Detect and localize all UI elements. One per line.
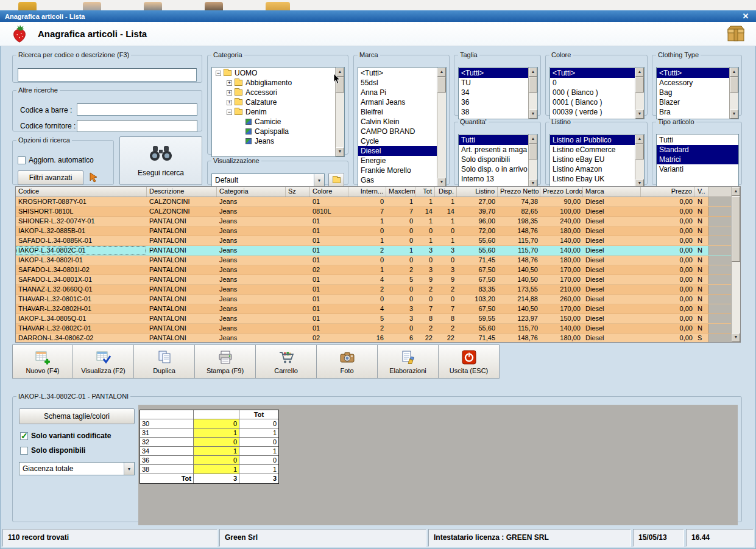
scrollbar-track[interactable] xyxy=(529,77,537,110)
scroll-up-icon[interactable]: ▲ xyxy=(437,68,446,77)
list-option[interactable]: Tutti xyxy=(459,135,528,145)
list-option[interactable]: Anna Pi xyxy=(358,88,437,97)
table-row[interactable]: THAVAR-L.32-0801C-01PANTALONIJeans010000… xyxy=(16,295,731,304)
scrollbar-thumb[interactable] xyxy=(635,144,644,159)
list-option[interactable]: Listino Amazon xyxy=(550,164,635,174)
scroll-down-icon[interactable]: ▼ xyxy=(732,333,740,342)
list-option[interactable]: Solo disponibili xyxy=(459,155,528,164)
list-option[interactable]: Solo disp. o in arrivo xyxy=(459,164,528,174)
list-option[interactable]: Matrici xyxy=(657,155,738,164)
list-option[interactable]: Armani Jeans xyxy=(358,97,437,107)
scrollbar-track[interactable] xyxy=(730,77,738,110)
list-option[interactable]: Calvin Klein xyxy=(358,117,437,127)
scrollbar-thumb[interactable] xyxy=(635,77,644,93)
list-option[interactable]: 34 xyxy=(459,88,528,97)
column-header[interactable]: Prezzo xyxy=(641,187,695,197)
barcode-input[interactable] xyxy=(77,103,197,116)
column-header[interactable]: Categoria xyxy=(217,187,286,197)
table-row[interactable]: DARRON-L.34-0806Z-02PANTALONIJeans021662… xyxy=(16,334,731,342)
collapse-icon[interactable]: − xyxy=(227,110,232,115)
scroll-down-icon[interactable]: ▼ xyxy=(529,110,537,119)
table-row[interactable]: THAVAR-L.32-0802H-01PANTALONIJeans014377… xyxy=(16,304,731,314)
scrollbar-thumb[interactable] xyxy=(529,144,537,159)
size-listbox[interactable]: <Tutti>TU343638 xyxy=(459,68,528,119)
schema-taglie-colori-button[interactable]: Schema taglie/colori xyxy=(19,408,135,424)
list-option[interactable]: Bra xyxy=(657,107,729,117)
column-header[interactable]: Listino xyxy=(457,187,498,197)
checkbox-icon[interactable] xyxy=(20,432,28,440)
article-type-listbox[interactable]: TuttiStandardMatriciVarianti xyxy=(657,135,738,188)
vertical-scrollbar[interactable]: ▲▼ xyxy=(528,135,537,188)
articles-table[interactable]: CodiceDescrizioneCategoriaSzColoreIntern… xyxy=(15,186,741,343)
list-option[interactable]: 00039 ( verde ) xyxy=(550,107,635,117)
list-option[interactable]: Listino al Pubblico xyxy=(550,135,635,145)
tree-node[interactable]: −UOMO xyxy=(212,68,335,78)
table-row[interactable]: SHIONER-L.32-0074Y-01PANTALONIJeans01101… xyxy=(16,217,731,226)
table-row[interactable]: THANAZ-L.32-0660Q-01PANTALONIJeans012022… xyxy=(16,285,731,295)
scroll-up-icon[interactable]: ▲ xyxy=(732,187,740,196)
clothing-type-listbox[interactable]: <Tutti>AccessoryBagBlazerBra xyxy=(657,68,729,119)
list-option[interactable]: <Tutti> xyxy=(657,68,729,78)
color-listbox[interactable]: <Tutti>0000 ( Bianco )0001 ( Bianco )000… xyxy=(550,68,635,119)
tree-node[interactable]: Camicie xyxy=(212,117,335,127)
pricelist-listbox[interactable]: Listino al PubblicoListino eCommerceList… xyxy=(550,135,635,188)
scrollbar-thumb[interactable] xyxy=(730,77,738,93)
scrollbar-track[interactable] xyxy=(635,144,644,179)
list-option[interactable]: Listino eBay EU xyxy=(550,155,635,164)
list-option[interactable]: <Tutti> xyxy=(358,68,437,78)
view-record-button[interactable]: Visualizza (F2) xyxy=(73,344,134,379)
vertical-scrollbar[interactable]: ▲▼ xyxy=(731,187,740,342)
column-header[interactable]: Colore xyxy=(310,187,348,197)
list-option[interactable]: 55dsl xyxy=(358,78,437,88)
scrollbar-thumb[interactable] xyxy=(437,77,446,93)
search-input[interactable] xyxy=(18,68,197,82)
auto-update-checkbox[interactable]: Aggiorn. automatico xyxy=(18,156,94,164)
chevron-down-icon[interactable]: ▼ xyxy=(124,463,134,475)
column-header[interactable]: Intern... xyxy=(348,187,386,197)
advanced-filters-button[interactable]: Filtri avanzati xyxy=(18,170,83,185)
scroll-up-icon[interactable]: ▲ xyxy=(529,68,537,77)
scrollbar-track[interactable] xyxy=(529,144,537,179)
column-header[interactable]: Sz xyxy=(286,187,310,197)
column-header[interactable]: Prezzo Lordo xyxy=(540,187,583,197)
list-option[interactable]: Diesel xyxy=(358,146,437,156)
table-header[interactable]: CodiceDescrizioneCategoriaSzColoreIntern… xyxy=(16,187,731,197)
vertical-scrollbar[interactable]: ▲▼ xyxy=(528,68,537,119)
column-header[interactable]: Prezzo Netto xyxy=(498,187,540,197)
tree-node[interactable]: +Calzature xyxy=(212,97,335,107)
vertical-scrollbar[interactable]: ▲▼ xyxy=(437,68,446,187)
tree-node[interactable]: +Abbigliamento xyxy=(212,78,335,88)
table-row[interactable]: SAFADO-L.34-0801X-01PANTALONIJeans014599… xyxy=(16,275,731,285)
list-option[interactable]: Gas xyxy=(358,175,437,185)
list-option[interactable]: 0001 ( Bianco ) xyxy=(550,97,635,107)
visualization-select[interactable]: Default ▼ xyxy=(211,173,325,187)
open-view-folder-button[interactable] xyxy=(328,173,344,187)
column-header[interactable]: Disp. xyxy=(435,187,457,197)
elaborations-button[interactable]: Elaborazioni xyxy=(378,344,439,379)
table-row[interactable]: IAKOP-L.32-0885B-01PANTALONIJeans0100007… xyxy=(16,226,731,236)
scroll-down-icon[interactable]: ▼ xyxy=(437,178,446,187)
list-option[interactable]: 000 ( Bianco ) xyxy=(550,88,635,97)
scroll-up-icon[interactable]: ▲ xyxy=(635,68,644,77)
column-header[interactable]: Tot xyxy=(415,187,435,197)
list-option[interactable]: CAMPO BRAND xyxy=(358,127,437,136)
list-option[interactable]: Tutti xyxy=(657,135,738,145)
solo-varianti-checkbox[interactable]: Solo varianti codificate xyxy=(20,432,111,440)
vertical-scrollbar[interactable]: ▲▼ xyxy=(635,68,644,119)
list-option[interactable]: <Tutti> xyxy=(459,68,528,78)
brand-listbox[interactable]: <Tutti>55dslAnna PiArmani JeansBleifreiC… xyxy=(358,68,437,187)
table-row[interactable]: SAFADO-L.34-0801I-02PANTALONIJeans021233… xyxy=(16,265,731,275)
list-option[interactable]: Bag xyxy=(657,88,729,97)
table-row[interactable]: SHISHORT-0810LCALZONCINIJeans0810L771414… xyxy=(16,207,731,217)
giacenza-select[interactable]: Giacenza totale ▼ xyxy=(19,462,135,475)
new-record-button[interactable]: Nuovo (F4) xyxy=(12,344,73,379)
supplier-code-input[interactable] xyxy=(77,120,197,132)
list-option[interactable]: Interno 13 xyxy=(459,174,528,184)
expand-icon[interactable]: + xyxy=(227,90,232,96)
table-row[interactable]: KROSHORT-0887Y-01CALZONCINIJeans01011127… xyxy=(16,197,731,207)
scrollbar-track[interactable] xyxy=(336,77,344,147)
scrollbar-track[interactable] xyxy=(437,77,446,178)
table-row[interactable]: SAFADO-L.34-0885K-01PANTALONIJeans011011… xyxy=(16,236,731,246)
list-option[interactable]: Varianti xyxy=(657,164,738,174)
table-row[interactable]: IAKOP-L.34-0805Q-01PANTALONIJeans0153885… xyxy=(16,314,731,324)
